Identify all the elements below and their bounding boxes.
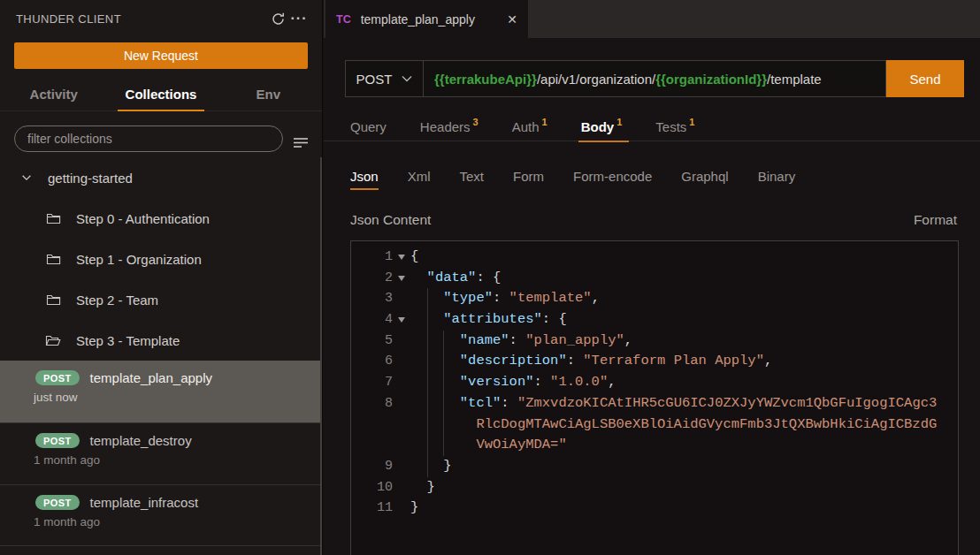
line-number: 6 [351,351,393,372]
code-text: "version": "1.0.0", [410,372,958,393]
json-token-key: "attributes" [443,309,542,331]
url-segment-plain: /template [767,72,822,87]
tab-count-badge: 3 [473,117,479,127]
body-tab-graphql[interactable]: Graphql [681,163,728,190]
request-time: just now [34,391,322,404]
indent-guide [427,456,444,477]
sidebar-header: THUNDER CLIENT ··· [0,0,322,37]
code-line: 5"name": "plan_apply", [351,331,958,352]
line-number [351,435,393,456]
filter-menu-icon[interactable] [290,132,311,153]
json-token-str: "template" [509,288,592,309]
filter-collections-input[interactable] [27,132,270,146]
fold-arrow-icon[interactable] [398,276,405,281]
indent-guide [427,393,444,414]
code-line: 11} [351,498,958,519]
send-button[interactable]: Send [886,60,964,97]
indent-guide [410,435,427,456]
code-text: VwOiAyMDA=" [410,435,958,456]
url-segment-plain: /api/v1/organization/ [537,72,655,87]
fold-gutter[interactable] [393,268,410,289]
indent-guide [410,456,427,477]
json-token-key: "data" [427,268,477,289]
json-token-key: "type" [443,288,493,309]
sidebar-tab-activity[interactable]: Activity [0,78,107,110]
code-text: "tcl": "ZmxvdzoKICAtIHR5cGU6ICJ0ZXJyYWZv… [410,393,958,414]
more-actions-icon[interactable]: ··· [288,8,310,29]
format-button[interactable]: Format [914,212,957,228]
method-badge: POST [35,495,80,510]
indent-guide [427,331,444,352]
fold-arrow-icon[interactable] [398,317,405,323]
code-text: { [410,247,958,268]
json-token-str: "ZmxvdzoKICAtIHR5cGU6ICJ0ZXJyYWZvcm1QbGF… [517,393,937,414]
indent-guide [443,372,460,393]
body-tab-binary[interactable]: Binary [758,163,796,190]
body-tab-form-encode[interactable]: Form-encode [573,163,652,190]
indent-guide [443,351,460,372]
code-line: VwOiAyMDA=" [351,435,958,456]
indent-guide [410,351,427,372]
fold-gutter [393,435,410,456]
folder-row[interactable]: Step 0 - Authentication [0,198,322,239]
folder-icon [42,248,64,270]
editor-tabbar: TC template_plan_apply ✕ [324,0,980,38]
folder-row[interactable]: Step 1 - Organization [0,239,322,279]
chevron-down-icon [402,75,412,82]
fold-gutter [393,393,410,414]
new-request-button[interactable]: New Request [14,42,308,69]
json-token-punc: { [410,247,418,268]
fold-gutter[interactable] [393,247,410,268]
body-tab-json[interactable]: Json [350,163,379,190]
request-name: template_infracost [90,495,199,510]
request-tab-auth[interactable]: Auth1 [512,111,547,141]
request-tab-label: Tests [655,119,686,134]
line-number [351,414,393,436]
collection-row-getting-started[interactable]: getting-started [0,157,322,198]
indent-guide [410,268,427,289]
request-item[interactable]: POSTtemplate_destroy1 month ago [0,422,322,484]
code-text: RlcDogMTAwCiAgLSB0eXBlOiAidGVycmFmb3JtQX… [410,414,958,436]
refresh-icon[interactable] [267,8,288,29]
editor-tab-active[interactable]: TC template_plan_apply ✕ [325,0,528,38]
line-number: 3 [351,288,393,309]
body-tab-text[interactable]: Text [460,163,485,190]
close-icon[interactable]: ✕ [507,12,517,27]
sidebar-scrollbar[interactable] [320,157,322,555]
sidebar-tab-collections[interactable]: Collections [107,78,214,110]
indent-guide [427,372,444,393]
json-token-punc: : [493,288,509,309]
sidebar-tab-env[interactable]: Env [215,78,322,110]
request-item[interactable]: POSTtemplate_plan_applyjust now [0,361,322,422]
url-input[interactable]: {{terrakubeApi}}/api/v1/organization/{{o… [424,61,885,96]
json-token-punc: : [509,331,526,352]
line-number: 9 [351,456,393,477]
fold-gutter[interactable] [393,309,410,331]
request-tab-body[interactable]: Body1 [581,111,623,141]
request-tab-tests[interactable]: Tests1 [655,111,694,141]
request-time: 1 month ago [34,515,322,528]
chevron-down-icon [16,167,37,188]
request-item[interactable]: POSTtemplate_infracost1 month ago [0,484,322,546]
json-token-punc: : { [542,309,567,331]
request-tab-query[interactable]: Query [350,111,387,141]
json-token-punc: , [608,372,616,393]
json-editor[interactable]: 1{2"data": {3"type": "template",4"attrib… [350,240,959,555]
line-number: 11 [351,498,393,519]
method-dropdown[interactable]: POST [346,61,424,96]
folder-row[interactable]: Step 2 - Team [0,279,322,320]
folder-open-icon [42,330,64,351]
fold-gutter [393,351,410,372]
fold-gutter [393,456,410,477]
editor-tab-label: template_plan_apply [361,12,501,27]
folder-row[interactable]: Step 3 - Template [0,320,322,361]
request-url-bar: POST {{terrakubeApi}}/api/v1/organizatio… [345,60,886,97]
body-tab-form[interactable]: Form [513,163,544,190]
fold-gutter [393,288,410,309]
body-tab-xml[interactable]: Xml [408,163,431,190]
request-tab-headers[interactable]: Headers3 [420,111,479,141]
fold-arrow-icon[interactable] [398,255,405,260]
filter-collections-box [14,125,283,152]
json-token-str: "1.0.0" [550,372,608,393]
fold-gutter [393,498,410,519]
